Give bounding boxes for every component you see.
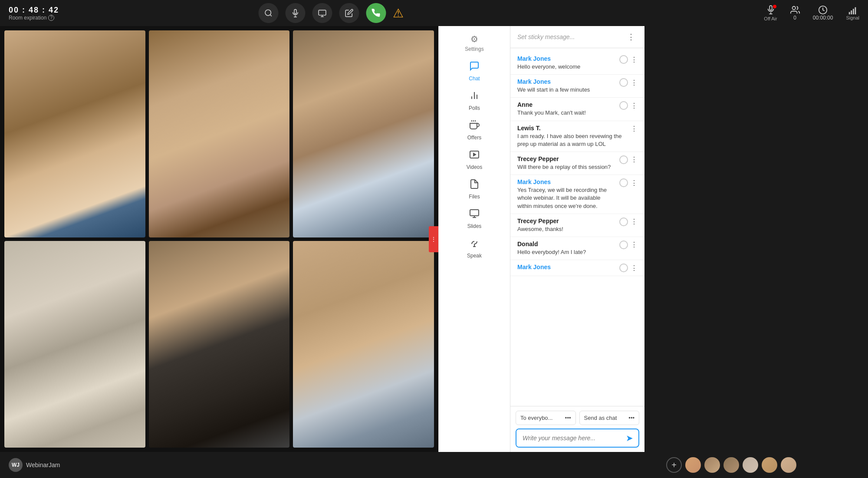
msg-author-4: Trecey Pepper <box>517 155 616 162</box>
msg-more-1[interactable]: ⋮ <box>631 79 638 87</box>
svg-rect-2 <box>294 10 296 14</box>
recipient-label: To everybо... <box>520 415 552 421</box>
msg-select-1[interactable] <box>619 78 628 87</box>
settings-label: Settings <box>465 46 483 52</box>
msg-more-4[interactable]: ⋮ <box>631 155 638 164</box>
timer-section: 00 : 48 : 42 Room expiration ? <box>9 6 59 21</box>
participant-avatar-2 <box>704 457 720 473</box>
chat-nav-label: Chat <box>469 76 480 82</box>
pen-control-button[interactable] <box>339 3 359 23</box>
msg-more-6[interactable]: ⋮ <box>631 218 638 226</box>
viewers-count: 0 <box>793 15 796 21</box>
chat-message-1: Mark Jones We will start in a few minute… <box>510 75 644 98</box>
msg-author-5: Mark Jones <box>517 178 616 185</box>
msg-select-8[interactable] <box>619 264 628 272</box>
mic-control-button[interactable] <box>285 3 305 23</box>
msg-select-4[interactable] <box>619 155 628 164</box>
red-dot-indicator <box>773 5 776 8</box>
msg-select-7[interactable] <box>619 241 628 249</box>
msg-select-6[interactable] <box>619 218 628 226</box>
chat-panel: Set sticky message... ⋮ Mark Jones Hello… <box>510 26 644 452</box>
msg-text-4: Will there be a replay of this session? <box>517 163 616 171</box>
red-side-button[interactable]: ⋮ <box>429 226 438 252</box>
svg-rect-11 <box>853 9 854 14</box>
video-row-bottom <box>4 241 434 448</box>
video-cell-2 <box>149 30 290 237</box>
video-cell-1 <box>4 30 145 237</box>
help-icon[interactable]: ? <box>48 15 54 21</box>
chat-send-arrow-button[interactable]: ➤ <box>621 429 638 447</box>
msg-text-0: Hello everyone, welcome <box>517 63 616 71</box>
stats-bar: Off Air 0 00:00:00 Signal <box>662 0 868 26</box>
speak-nav-label: Speak <box>467 253 482 259</box>
msg-author-1: Mark Jones <box>517 78 616 85</box>
msg-author-8: Mark Jones <box>517 264 616 270</box>
msg-more-3[interactable]: ⋮ <box>631 125 638 133</box>
off-air-stat: Off Air <box>764 5 777 21</box>
send-as-chat-button[interactable]: Send as chat ••• <box>579 411 640 425</box>
msg-more-8[interactable]: ⋮ <box>631 264 638 272</box>
svg-rect-6 <box>769 6 772 10</box>
add-participant-button[interactable]: + <box>666 457 682 473</box>
msg-select-0[interactable] <box>619 55 628 64</box>
msg-text-1: We will start in a few minutes <box>517 86 616 94</box>
polls-icon <box>469 90 480 103</box>
polls-nav-label: Polls <box>469 105 480 111</box>
settings-nav-item[interactable]: ⚙ Settings <box>442 30 506 56</box>
msg-more-0[interactable]: ⋮ <box>631 56 638 64</box>
msg-select-5[interactable] <box>619 178 628 187</box>
participants-bar: + <box>662 452 868 478</box>
chat-nav-item[interactable]: Chat <box>442 57 506 85</box>
off-air-label: Off Air <box>764 16 777 21</box>
chat-message-input[interactable] <box>516 429 621 447</box>
signal-label: Signal <box>846 15 859 20</box>
msg-text-6: Awesome, thanks! <box>517 225 616 233</box>
msg-more-7[interactable]: ⋮ <box>631 241 638 249</box>
videos-nav-label: Videos <box>467 164 482 170</box>
chat-footer: To everybо... ••• Send as chat ••• ➤ <box>510 406 644 452</box>
chat-message-2: Anne Thank you Mark, can't wait! ⋮ <box>510 98 644 121</box>
sticky-more-button[interactable]: ⋮ <box>625 31 638 43</box>
right-panel-body: ⚙ Settings Chat Polls <box>438 26 868 452</box>
polls-nav-item[interactable]: Polls <box>442 87 506 115</box>
participant-avatar-1 <box>685 457 701 473</box>
msg-author-7: Donald <box>517 241 616 247</box>
screen-control-button[interactable] <box>312 3 332 23</box>
svg-marker-20 <box>473 153 476 156</box>
chat-message-6: Trecey Pepper Awesome, thanks! ⋮ <box>510 214 644 237</box>
slides-icon <box>469 208 480 221</box>
warning-button[interactable]: ⚠ <box>393 6 404 20</box>
chat-icon <box>469 61 480 74</box>
duration-value: 00:00:00 <box>813 15 833 21</box>
clock-icon <box>818 5 828 15</box>
files-icon <box>469 179 480 192</box>
viewers-stat: 0 <box>790 5 800 21</box>
svg-rect-21 <box>470 210 479 216</box>
room-expiration-label: Room expiration <box>9 15 46 21</box>
msg-more-2[interactable]: ⋮ <box>631 102 638 110</box>
msg-select-2[interactable] <box>619 101 628 110</box>
offers-nav-label: Offers <box>467 135 481 141</box>
search-control-button[interactable] <box>258 3 278 23</box>
viewers-icon <box>790 5 800 15</box>
timer-display: 00 : 48 : 42 <box>9 6 59 15</box>
brand-initials: WJ <box>12 462 20 468</box>
participant-avatar-5 <box>762 457 777 473</box>
duration-stat: 00:00:00 <box>813 5 833 21</box>
video-cell-5 <box>149 241 290 448</box>
videos-nav-item[interactable]: Videos <box>442 146 506 174</box>
right-sidebar: ⚙ Settings Chat Polls <box>438 26 510 452</box>
files-nav-item[interactable]: Files <box>442 175 506 203</box>
speak-nav-item[interactable]: Speak <box>442 234 506 262</box>
chat-message-5: Mark Jones Yes Tracey, we will be record… <box>510 175 644 214</box>
msg-author-2: Anne <box>517 101 616 108</box>
msg-more-5[interactable]: ⋮ <box>631 179 638 187</box>
brand-name: WebinarJam <box>26 462 60 468</box>
sticky-message-placeholder: Set sticky message... <box>517 33 575 40</box>
svg-point-7 <box>792 7 795 10</box>
chat-recipient-button[interactable]: To everybо... ••• <box>516 411 576 425</box>
phone-control-button[interactable] <box>366 3 386 23</box>
offers-nav-item[interactable]: Offers <box>442 116 506 144</box>
chat-message-4: Trecey Pepper Will there be a replay of … <box>510 152 644 175</box>
slides-nav-item[interactable]: Slides <box>442 205 506 233</box>
